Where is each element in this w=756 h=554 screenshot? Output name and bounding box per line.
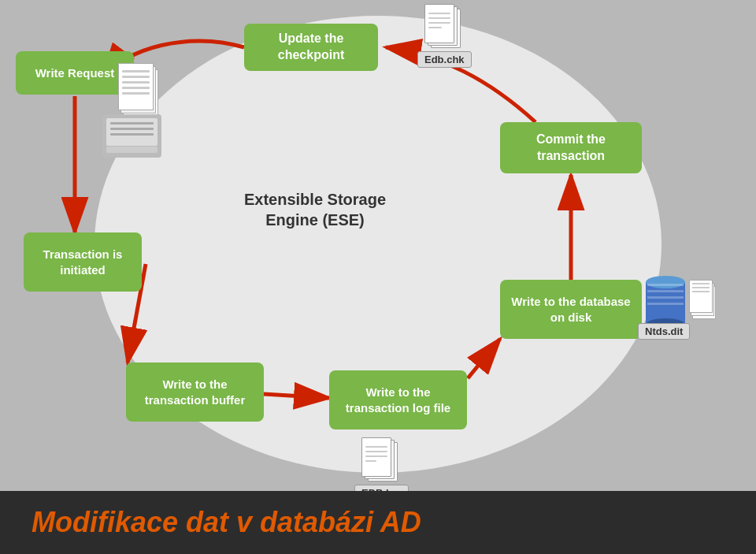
database-cylinder-icon: Ntds.dit: [646, 276, 685, 331]
commit-label: Commit the transaction: [510, 132, 632, 165]
checkpoint-label: Update the checkpoint: [254, 31, 369, 64]
checkpoint-box: Update the checkpoint: [244, 24, 378, 71]
ntdsdit-label: Ntds.dit: [638, 323, 690, 340]
server-icon: [94, 63, 173, 158]
database-label: Write to the database on disk: [510, 294, 632, 325]
edbchk-icon: [424, 4, 464, 51]
log-label: Write to the transaction log file: [339, 385, 458, 415]
bottom-bar: Modifikace dat v databázi AD: [0, 491, 756, 554]
initiated-box: Transaction is initiated: [24, 232, 142, 292]
buffer-box: Write to the transaction buffer: [126, 363, 264, 422]
main-container: Write Request: [0, 0, 756, 554]
edbchk-file-area: Edb.chk: [417, 4, 472, 68]
initiated-label: Transaction is initiated: [33, 247, 132, 277]
commit-box: Commit the transaction: [500, 122, 642, 173]
bottom-title: Modifikace dat v databázi AD: [32, 506, 421, 539]
edblog-icon: [361, 437, 401, 485]
ese-label: Extensible Storage Engine (ESE): [228, 189, 402, 230]
log-box: Write to the transaction log file: [329, 370, 467, 429]
database-box: Write to the database on disk: [500, 280, 642, 339]
edbchk-label: Edb.chk: [417, 51, 472, 68]
buffer-label: Write to the transaction buffer: [135, 377, 254, 407]
